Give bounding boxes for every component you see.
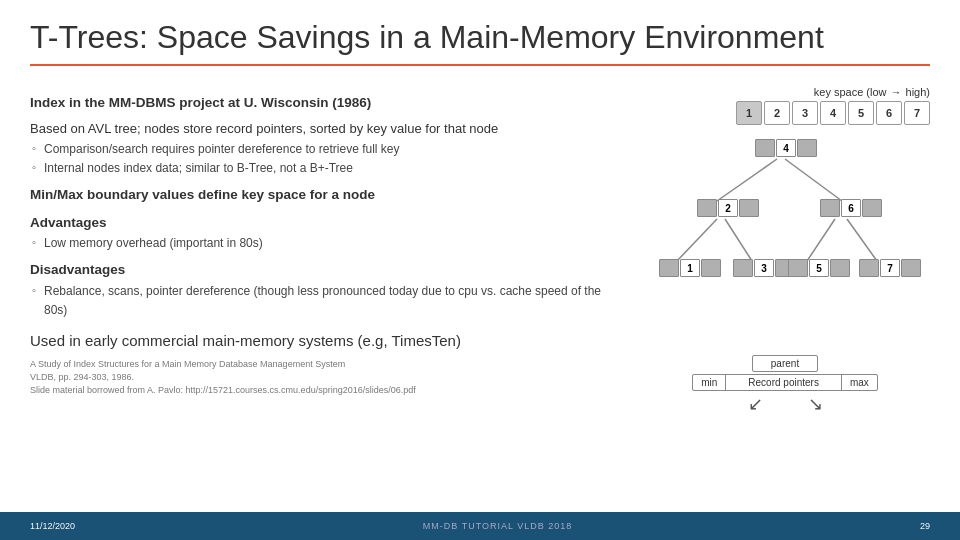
- line2: Based on AVL tree; nodes store record po…: [30, 119, 620, 139]
- line1: Index in the MM-DBMS project at U. Wisco…: [30, 93, 620, 114]
- footer-right: 29: [920, 521, 930, 531]
- bullet1: Comparison/search requires pointer deref…: [30, 140, 620, 159]
- legend-max: max: [842, 375, 877, 390]
- legend-min: min: [693, 375, 726, 390]
- nc-l6: [820, 199, 840, 217]
- slide-body: T-Trees: Space Savings in a Main-Memory …: [0, 0, 960, 512]
- node-cell-mid: 4: [776, 139, 796, 157]
- node-box-5: 5: [788, 259, 850, 277]
- nc-m6: 6: [841, 199, 861, 217]
- nc-m: 2: [718, 199, 738, 217]
- content-area: Index in the MM-DBMS project at U. Wisco…: [30, 86, 930, 502]
- key-cell-4: 4: [820, 101, 846, 125]
- svg-line-0: [717, 159, 777, 201]
- node-cell-right: [797, 139, 817, 157]
- legend-record: Record pointers: [726, 375, 842, 390]
- divider: [30, 64, 930, 66]
- node-box-7: 7: [859, 259, 921, 277]
- nc-r1: [701, 259, 721, 277]
- left-content: Index in the MM-DBMS project at U. Wisco…: [30, 86, 620, 502]
- key-space-container: key space (low → high) 1234567: [640, 86, 930, 125]
- arrow-left-icon: ↙: [748, 393, 763, 415]
- nc-l1: [659, 259, 679, 277]
- nc-m3: 3: [754, 259, 774, 277]
- svg-line-5: [847, 219, 877, 261]
- key-cell-7: 7: [904, 101, 930, 125]
- nc-m5: 5: [809, 259, 829, 277]
- tree-node-3: 3: [733, 259, 795, 277]
- node-box-root: 4: [755, 139, 817, 157]
- key-cell-6: 6: [876, 101, 902, 125]
- key-cell-1: 1: [736, 101, 762, 125]
- tree-node-6: 6: [820, 199, 882, 217]
- svg-line-3: [725, 219, 752, 261]
- node-box-3: 3: [733, 259, 795, 277]
- ref-line3: Slide material borrowed from A. Pavlo: h…: [30, 384, 620, 397]
- disadvantages-heading: Disadvantages: [30, 260, 620, 281]
- advantages-heading: Advantages: [30, 213, 620, 234]
- key-space-row: 1234567: [736, 101, 930, 125]
- tree-node-1: 1: [659, 259, 721, 277]
- legend-parent-label: parent: [771, 358, 799, 369]
- legend-row-container: min Record pointers max: [692, 374, 878, 391]
- slide-title: T-Trees: Space Savings in a Main-Memory …: [30, 18, 930, 56]
- bullet2: Internal nodes index data; similar to B-…: [30, 159, 620, 178]
- nc-r: [739, 199, 759, 217]
- nc-r5: [830, 259, 850, 277]
- key-cell-2: 2: [764, 101, 790, 125]
- svg-line-2: [677, 219, 717, 261]
- svg-line-1: [785, 159, 842, 201]
- line4: Used in early commercial main-memory sys…: [30, 329, 620, 352]
- line3: Min/Max boundary values define key space…: [30, 185, 620, 206]
- nc-m1: 1: [680, 259, 700, 277]
- key-cell-5: 5: [848, 101, 874, 125]
- legend-row: min Record pointers max: [692, 374, 878, 391]
- ref-line1: A Study of Index Structures for a Main M…: [30, 358, 620, 371]
- nc-r6: [862, 199, 882, 217]
- nc-l7: [859, 259, 879, 277]
- svg-line-4: [807, 219, 835, 261]
- node-box-2: 2: [697, 199, 759, 217]
- tree-diagram: 4 2: [645, 131, 925, 351]
- node-cell-left: [755, 139, 775, 157]
- nc-m7: 7: [880, 259, 900, 277]
- ref-line2: VLDB, pp. 294-303, 1986.: [30, 371, 620, 384]
- disadvantage1: Rebalance, scans, pointer dereference (t…: [30, 282, 620, 319]
- ks-arrow: →: [891, 86, 902, 98]
- nc-l: [697, 199, 717, 217]
- ks-label2: high): [906, 86, 930, 98]
- tree-node-2: 2: [697, 199, 759, 217]
- bottom-legend: parent min Record pointers max ↙ ↘: [640, 355, 930, 415]
- arrow-right-icon: ↘: [808, 393, 823, 415]
- tree-node-7: 7: [859, 259, 921, 277]
- title-section: T-Trees: Space Savings in a Main-Memory …: [30, 18, 930, 76]
- nc-l3: [733, 259, 753, 277]
- ks-label1: key space (low: [814, 86, 887, 98]
- legend-arrows: ↙ ↘: [725, 393, 845, 415]
- right-content: key space (low → high) 1234567: [640, 86, 930, 502]
- footer-bar: 11/12/2020 MM-DB TUTORIAL VLDB 2018 29: [0, 512, 960, 540]
- advantage1: Low memory overhead (important in 80s): [30, 234, 620, 253]
- nc-l5: [788, 259, 808, 277]
- node-box-6: 6: [820, 199, 882, 217]
- key-cell-3: 3: [792, 101, 818, 125]
- slide-container: T-Trees: Space Savings in a Main-Memory …: [0, 0, 960, 540]
- reference: A Study of Index Structures for a Main M…: [30, 358, 620, 396]
- legend-parent-box: parent: [752, 355, 818, 372]
- tree-node-root: 4: [755, 139, 817, 157]
- node-box-1: 1: [659, 259, 721, 277]
- tree-node-5: 5: [788, 259, 850, 277]
- footer-left: 11/12/2020: [30, 521, 75, 531]
- nc-r7: [901, 259, 921, 277]
- key-space-label: key space (low → high): [814, 86, 930, 98]
- tree-svg: [645, 131, 925, 351]
- footer-center: MM-DB TUTORIAL VLDB 2018: [423, 521, 572, 531]
